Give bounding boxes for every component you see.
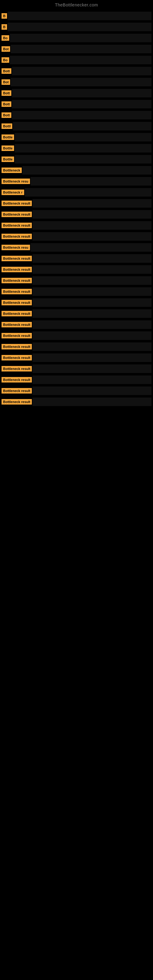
list-item: Bottl [2, 122, 151, 130]
item-bar [32, 320, 151, 329]
list-item: Bott [2, 67, 151, 75]
item-bar [8, 23, 151, 31]
list-item: Bottleneck [2, 166, 151, 175]
item-label: Bot [2, 79, 10, 85]
site-title-bar: TheBottlenecker.com [0, 0, 153, 9]
item-bar [30, 243, 151, 252]
item-bar [12, 89, 151, 97]
list-item: Bo [2, 56, 151, 64]
item-label: Bott [2, 112, 11, 118]
item-bar [11, 45, 151, 53]
item-label: Bottleneck resu [2, 178, 30, 184]
list-item: B [2, 23, 151, 31]
item-bar [13, 122, 151, 130]
item-bar [32, 199, 151, 208]
item-label: Bottleneck r [2, 189, 24, 195]
list-item: Bottleneck result [2, 309, 151, 318]
item-label: Bottleneck result [2, 234, 32, 239]
list-item: Bott [2, 89, 151, 97]
item-label: Bottleneck result [2, 322, 32, 328]
item-bar [15, 155, 151, 164]
item-bar [12, 67, 151, 75]
item-label: Bottleneck result [2, 267, 32, 272]
item-bar [8, 12, 151, 20]
item-label: Bottleneck result [2, 200, 32, 206]
item-bar [22, 166, 151, 175]
item-bar [30, 177, 151, 186]
item-bar [32, 298, 151, 307]
item-label: Bottleneck result [2, 388, 32, 393]
list-item: Bottleneck result [2, 364, 151, 373]
items-list: BBBoBotBoBottBotBottBottBottBottlBottleB… [0, 9, 153, 412]
item-label: Bottleneck [2, 167, 22, 173]
item-bar [32, 276, 151, 285]
list-item: Bottleneck result [2, 298, 151, 307]
item-label: Bottleneck result [2, 399, 32, 404]
list-item: Bottleneck result [2, 276, 151, 285]
list-item: Bo [2, 34, 151, 42]
item-label: Bottleneck result [2, 212, 32, 217]
item-label: Bot [2, 46, 10, 52]
list-item: B [2, 12, 151, 20]
item-bar [32, 232, 151, 241]
item-label: Bottleneck result [2, 223, 32, 228]
list-item: Bott [2, 100, 151, 108]
list-item: Bottleneck result [2, 287, 151, 296]
item-label: Bottleneck result [2, 311, 32, 317]
list-item: Bottleneck result [2, 232, 151, 241]
item-label: Bottleneck result [2, 333, 32, 339]
item-bar [12, 111, 151, 119]
list-item: Bottleneck result [2, 375, 151, 384]
item-bar [32, 342, 151, 351]
item-bar [32, 398, 151, 406]
item-bar [32, 265, 151, 274]
item-label: Bo [2, 57, 9, 63]
item-bar [32, 375, 151, 384]
item-label: Bottleneck result [2, 366, 32, 371]
list-item: Bottle [2, 155, 151, 164]
item-label: Bottle [2, 145, 14, 151]
item-bar [32, 364, 151, 373]
list-item: Bottleneck result [2, 398, 151, 406]
list-item: Bott [2, 111, 151, 119]
list-item: Bot [2, 78, 151, 86]
list-item: Bottleneck result [2, 320, 151, 329]
list-item: Bottle [2, 133, 151, 142]
item-label: Bott [2, 68, 11, 74]
list-item: Bottleneck result [2, 387, 151, 395]
list-item: Bottleneck resu [2, 243, 151, 252]
item-label: Bottleneck result [2, 278, 32, 283]
item-bar [32, 331, 151, 340]
item-bar [15, 133, 151, 142]
item-label: Bottleneck result [2, 289, 32, 294]
item-bar [11, 78, 151, 86]
item-bar [12, 100, 151, 108]
item-label: Bottleneck result [2, 377, 32, 382]
list-item: Bottleneck result [2, 342, 151, 351]
item-label: Bottleneck result [2, 355, 32, 360]
item-bar [32, 210, 151, 219]
item-label: B [2, 24, 7, 30]
item-bar [32, 254, 151, 263]
list-item: Bottleneck result [2, 199, 151, 208]
item-label: Bott [2, 101, 11, 107]
site-title: TheBottlenecker.com [0, 0, 153, 9]
item-label: Bo [2, 35, 9, 41]
item-bar [25, 188, 151, 197]
item-label: Bottleneck resu [2, 245, 30, 250]
list-item: Bottleneck r [2, 188, 151, 197]
item-bar [32, 309, 151, 318]
item-bar [15, 144, 151, 153]
item-bar [10, 56, 151, 64]
list-item: Bottleneck result [2, 353, 151, 362]
list-item: Bottleneck result [2, 221, 151, 230]
item-label: Bottl [2, 123, 12, 129]
item-bar [32, 287, 151, 296]
list-item: Bottleneck result [2, 210, 151, 219]
item-label: Bottleneck result [2, 300, 32, 305]
item-label: B [2, 13, 7, 19]
item-label: Bottle [2, 156, 14, 162]
item-label: Bott [2, 90, 11, 96]
item-label: Bottleneck result [2, 256, 32, 261]
item-bar [32, 221, 151, 230]
